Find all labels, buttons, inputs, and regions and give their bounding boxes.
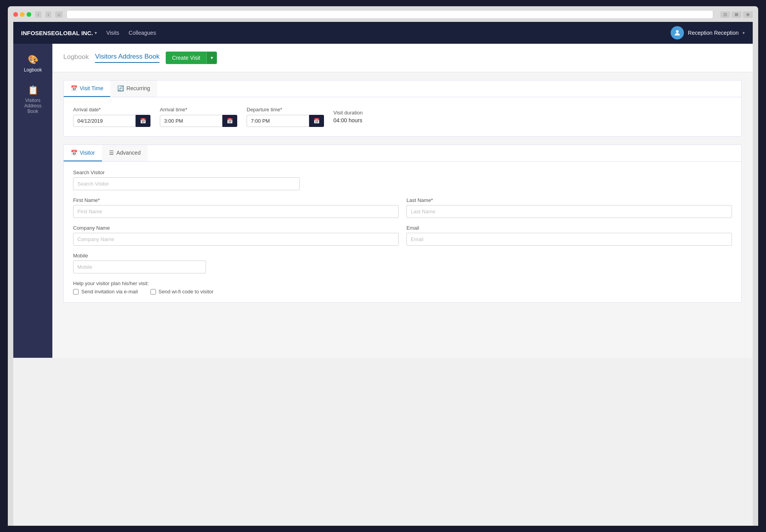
visitor-tab-label: Visitor [80, 150, 95, 156]
help-visitor-section: Help your visitor plan his/her visit: Se… [73, 280, 732, 295]
nav-link-visits[interactable]: Visits [106, 28, 119, 37]
first-name-input[interactable] [73, 205, 399, 218]
tab-visit-time[interactable]: 📅 Visit Time [64, 80, 110, 97]
content-area: Logbook Visitors Address Book Create Vis… [52, 44, 753, 358]
advanced-tab-label: Advanced [116, 150, 141, 156]
visit-duration-value: 04:00 hours [333, 117, 363, 123]
visit-time-tab-icon: 📅 [71, 85, 77, 91]
arrival-date-input[interactable] [73, 115, 136, 127]
brand-logo[interactable]: INFOSENSEGLOBAL INC. ▾ [21, 30, 97, 36]
arrival-date-label: Arrival date* [73, 107, 150, 112]
svg-point-0 [676, 30, 679, 33]
mobile-input[interactable] [73, 261, 206, 273]
address-bar[interactable] [66, 10, 713, 19]
header-tab-visitors-address-book[interactable]: Visitors Address Book [95, 53, 159, 63]
logbook-icon: 🎨 [28, 55, 38, 65]
nav-link-colleagues[interactable]: Colleagues [129, 28, 156, 37]
departure-time-field: Departure time* 📅 [247, 107, 324, 127]
recurring-tab-label: Recurring [126, 85, 150, 91]
visit-duration: Visit duration 04:00 hours [333, 107, 363, 123]
user-chevron: ▾ [743, 30, 745, 36]
last-name-group: Last Name* [406, 197, 732, 218]
brand-chevron: ▾ [95, 30, 97, 36]
top-nav: INFOSENSEGLOBAL INC. ▾ Visits Colleagues… [13, 22, 753, 44]
departure-time-label: Departure time* [247, 107, 324, 112]
arrival-date-input-group: 📅 [73, 115, 150, 127]
visitor-card: 📅 Visitor ☰ Advanced [63, 145, 742, 303]
create-visit-btn[interactable]: Create Visit ▾ [166, 52, 217, 64]
checkbox-invitation[interactable] [73, 289, 79, 295]
user-name: Reception Reception [688, 30, 739, 36]
email-label: Email [406, 225, 732, 231]
sidebar-item-logbook[interactable]: 🎨 Logbook [16, 50, 50, 77]
checkbox-wifi-text: Send wi-fi code to visitor [159, 289, 214, 295]
tab-recurring[interactable]: 🔄 Recurring [110, 80, 157, 97]
arrival-time-calendar-btn[interactable]: 📅 [222, 115, 237, 127]
arrival-date-field: Arrival date* 📅 [73, 107, 150, 127]
user-menu[interactable]: Reception Reception ▾ [671, 26, 745, 39]
company-name-label: Company Name [73, 225, 399, 231]
checkbox-row: Send invitation via e-mail Send wi-fi co… [73, 289, 732, 295]
nav-back-btn[interactable]: ‹ [35, 11, 41, 18]
departure-time-calendar-btn[interactable]: 📅 [309, 115, 324, 127]
company-email-row: Company Name Email [73, 225, 732, 246]
window-action-1[interactable]: ⊡ [720, 11, 730, 18]
tab-visitor[interactable]: 📅 Visitor [64, 145, 102, 161]
search-visitor-label: Search Visitor [73, 170, 732, 175]
name-row: First Name* Last Name* [73, 197, 732, 218]
create-visit-main-btn[interactable]: Create Visit [166, 52, 206, 64]
sidebar-item-visitors-address-book[interactable]: 📋 Visitors Address Book [16, 80, 50, 119]
page-header: Logbook Visitors Address Book Create Vis… [52, 44, 753, 72]
checkbox-wifi-label[interactable]: Send wi-fi code to visitor [150, 289, 214, 295]
last-name-label: Last Name* [406, 197, 732, 203]
help-text: Help your visitor plan his/her visit: [73, 280, 732, 286]
mobile-label: Mobile [73, 253, 732, 259]
company-name-input[interactable] [73, 233, 399, 246]
user-avatar [671, 26, 684, 39]
arrival-time-label: Arrival time* [160, 107, 237, 112]
visitor-form: Search Visitor First Name* [64, 162, 741, 302]
recurring-tab-icon: 🔄 [117, 85, 124, 91]
arrival-time-field: Arrival time* 📅 [160, 107, 237, 127]
visit-time-tab-label: Visit Time [80, 85, 103, 91]
sidebar-logbook-label: Logbook [24, 67, 42, 73]
datetime-row: Arrival date* 📅 Arrival time* [73, 107, 732, 127]
sidebar: 🎨 Logbook 📋 Visitors Address Book [13, 44, 52, 358]
visit-time-tab-bar: 📅 Visit Time 🔄 Recurring [64, 80, 741, 97]
nav-home-btn[interactable]: ⌂ [55, 11, 63, 18]
tab-advanced[interactable]: ☰ Advanced [102, 145, 148, 161]
visit-time-card-body: Arrival date* 📅 Arrival time* [64, 97, 741, 136]
search-visitor-group: Search Visitor [73, 170, 732, 190]
window-action-2[interactable]: ⊠ [732, 11, 741, 18]
checkbox-wifi[interactable] [150, 289, 156, 295]
brand-name: INFOSENSEGLOBAL INC. [21, 30, 93, 36]
arrival-time-input-group: 📅 [160, 115, 237, 127]
arrival-time-input[interactable] [160, 115, 222, 127]
company-name-group: Company Name [73, 225, 399, 246]
checkbox-invitation-text: Send invitation via e-mail [81, 289, 138, 295]
email-input[interactable] [406, 233, 732, 246]
departure-time-input-group: 📅 [247, 115, 324, 127]
create-visit-arrow-btn[interactable]: ▾ [206, 52, 217, 64]
departure-time-input[interactable] [247, 115, 309, 127]
sidebar-visitors-label: Visitors Address Book [20, 98, 46, 114]
email-group: Email [406, 225, 732, 246]
first-name-label: First Name* [73, 197, 399, 203]
visit-duration-label: Visit duration [333, 110, 363, 116]
first-name-group: First Name* [73, 197, 399, 218]
advanced-tab-icon: ☰ [109, 150, 114, 156]
visitor-tab-icon: 📅 [71, 150, 77, 156]
form-container: 📅 Visit Time 🔄 Recurring [52, 72, 753, 311]
nav-forward-btn[interactable]: › [45, 11, 52, 18]
checkbox-invitation-label[interactable]: Send invitation via e-mail [73, 289, 138, 295]
top-nav-links: Visits Colleagues [106, 28, 156, 37]
visitor-tab-bar: 📅 Visitor ☰ Advanced [64, 145, 741, 162]
window-action-3[interactable]: ⊕ [743, 11, 753, 18]
mobile-group: Mobile [73, 253, 732, 273]
search-visitor-input[interactable] [73, 177, 300, 190]
visitors-address-book-icon: 📋 [28, 85, 38, 95]
visit-time-card: 📅 Visit Time 🔄 Recurring [63, 80, 742, 137]
header-tab-logbook[interactable]: Logbook [63, 53, 89, 62]
arrival-date-calendar-btn[interactable]: 📅 [136, 115, 150, 127]
last-name-input[interactable] [406, 205, 732, 218]
